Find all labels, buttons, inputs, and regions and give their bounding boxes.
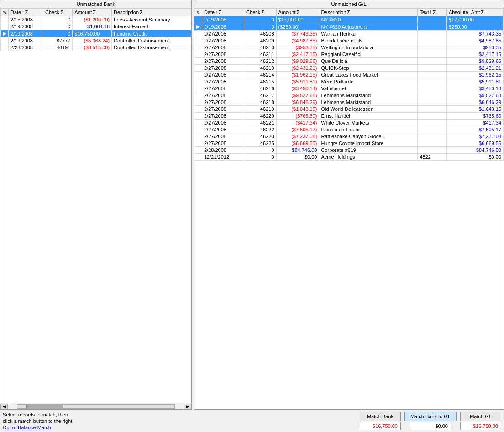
table-row[interactable]: 2/27/2008 46220 ($765.60) Ernst Handel $… <box>194 113 504 120</box>
col-check-right[interactable]: Check Σ <box>244 9 276 16</box>
table-row[interactable]: 12/21/2012 0 $0.00 Acme Holdings 4822 $0… <box>194 154 504 161</box>
match-bank-to-gl-amount: $0.00 <box>410 422 451 430</box>
table-row[interactable]: 2/27/2008 46212 ($9,029.66) Que Delícia … <box>194 58 504 65</box>
table-row[interactable]: 2/19/2008 0 $17,000.00 NY #620 $17,000.0… <box>194 16 504 23</box>
row-text1 <box>418 78 446 85</box>
row-indicator <box>194 147 202 154</box>
row-check: 46220 <box>244 113 276 120</box>
table-row[interactable]: 2/15/2008 0 ($1,200.00) Fees - Account S… <box>1 16 191 23</box>
row-check: 46217 <box>244 92 276 99</box>
table-row[interactable]: 2/27/2008 46209 ($4,987.85) Blondel père… <box>194 37 504 44</box>
table-row[interactable]: 2/27/2008 46210 ($953.35) Wellington Imp… <box>194 44 504 51</box>
table-row[interactable]: 2/28/2008 46191 ($8,515.00) Controlled D… <box>1 44 191 51</box>
table-row[interactable]: ▶ 2/19/2008 0 ($250.00) NY #620 Adjustme… <box>194 23 504 31</box>
col-description-left[interactable]: Description Σ <box>112 9 191 16</box>
row-description: Controlled Disbursement <box>112 44 191 51</box>
table-row[interactable]: 2/27/2008 46219 ($1,043.15) Old World De… <box>194 106 504 113</box>
table-row[interactable]: 2/27/2008 46208 ($7,743.35) Wartian Herk… <box>194 31 504 37</box>
table-row[interactable]: 2/27/2008 46215 ($5,911.81) Mère Paillar… <box>194 78 504 85</box>
row-description: Blondel père et fils <box>319 37 418 44</box>
row-description: White Clover Markets <box>319 120 418 126</box>
table-row[interactable]: 2/27/2008 46222 ($7,505.17) Piccolo und … <box>194 126 504 133</box>
sigma-date-right[interactable]: Σ <box>219 10 222 15</box>
scroll-right-btn-left[interactable]: ▶ <box>184 404 191 409</box>
row-date: 2/27/2008 <box>202 78 244 85</box>
sigma-date-left[interactable]: Σ <box>25 10 28 15</box>
col-date-right[interactable]: Date ↑ Σ <box>202 9 244 16</box>
table-row[interactable]: 2/27/2008 46225 ($6,669.55) Hungry Coyot… <box>194 140 504 147</box>
left-scroll-track[interactable] <box>17 404 175 409</box>
table-row[interactable]: 2/19/2008 87777 ($5,368.24) Controlled D… <box>1 37 191 44</box>
table-row[interactable]: 2/27/2008 46214 ($1,962.15) Great Lakes … <box>194 72 504 78</box>
sigma-check-right[interactable]: Σ <box>261 10 264 15</box>
sort-arrow-date-right[interactable]: ↑ <box>215 10 218 15</box>
row-indicator <box>194 58 202 65</box>
match-bank-button[interactable]: Match Bank <box>360 412 401 421</box>
col-check-left[interactable]: Check Σ <box>43 9 73 16</box>
pencil-icon: ✎ <box>3 10 6 15</box>
table-row[interactable]: 2/27/2008 46211 ($2,417.15) Reggiani Cas… <box>194 51 504 58</box>
row-check: 46221 <box>244 120 276 126</box>
row-indicator <box>194 37 202 44</box>
table-row[interactable]: 2/27/2008 46221 ($417.34) White Clover M… <box>194 120 504 126</box>
table-row[interactable]: 2/19/2008 0 $1,604.16 Interest Earned <box>1 23 191 30</box>
row-amount: $0.00 <box>276 154 319 161</box>
row-check: 46219 <box>244 106 276 113</box>
sort-arrow-date-left[interactable]: ↑ <box>22 10 24 15</box>
table-row[interactable]: 2/27/2008 46213 ($2,431.21) QUICK-Stop $… <box>194 65 504 72</box>
table-row[interactable]: 2/27/2008 46216 ($3,450.14) Vaffeljernet… <box>194 85 504 92</box>
table-row[interactable]: ▶ 2/19/2008 0 $16,750.00 Funding Credit <box>1 30 191 37</box>
row-date: 2/27/2008 <box>202 51 244 58</box>
sigma-description-left[interactable]: Σ <box>140 10 143 15</box>
row-amount: ($9,527.68) <box>276 92 319 99</box>
row-abs-amt: $7,505.17 <box>446 126 503 133</box>
row-indicator <box>194 113 202 120</box>
row-text1 <box>418 147 446 154</box>
row-indicator <box>1 37 9 44</box>
out-of-balance-link[interactable]: Out of Balance Match <box>3 425 72 430</box>
sigma-amount-left[interactable]: Σ <box>93 10 96 15</box>
row-description: Rattlesnake Canyon Groce... <box>319 133 418 140</box>
col-description-right[interactable]: Description Σ <box>319 9 418 16</box>
table-right-wrapper[interactable]: ✎ Date ↑ Σ Check <box>194 8 504 409</box>
table-row[interactable]: 2/28/2008 0 $84,746.00 Corporate #619 $8… <box>194 147 504 154</box>
row-date: 2/19/2008 <box>202 23 244 31</box>
col-absamt-right[interactable]: Absolute_Amt Σ <box>446 9 503 16</box>
match-bank-to-gl-button[interactable]: Match Bank to GL <box>404 412 457 421</box>
sigma-absamt-right[interactable]: Σ <box>481 10 484 15</box>
sigma-description-right[interactable]: Σ <box>347 10 350 15</box>
row-description: Que Delícia <box>319 58 418 65</box>
row-check: 46210 <box>244 44 276 51</box>
sigma-amount-right[interactable]: Σ <box>296 10 299 15</box>
row-abs-amt: $2,417.15 <box>446 51 503 58</box>
col-text1-right[interactable]: Text1 Σ <box>418 9 446 16</box>
col-amount-left[interactable]: Amount Σ <box>73 9 112 16</box>
row-date: 2/27/2008 <box>202 120 244 126</box>
table-row[interactable]: 2/27/2008 46223 ($7,237.08) Rattlesnake … <box>194 133 504 140</box>
row-description: Wellington Importadora <box>319 44 418 51</box>
table-row[interactable]: 2/27/2008 46218 ($6,846.29) Lehmanns Mar… <box>194 99 504 106</box>
sigma-check-left[interactable]: Σ <box>60 10 63 15</box>
row-check: 46222 <box>244 126 276 133</box>
row-abs-amt: $17,000.00 <box>446 16 503 23</box>
match-bank-amount: $16,750.00 <box>360 422 401 430</box>
left-scrollbar[interactable]: ◀ ▶ <box>0 403 191 409</box>
row-check: 46218 <box>244 99 276 106</box>
scroll-left-btn[interactable]: ◀ <box>0 404 8 409</box>
row-amount: ($7,743.35) <box>276 31 319 37</box>
sigma-text1-right[interactable]: Σ <box>433 10 436 15</box>
row-abs-amt: $0.00 <box>446 154 503 161</box>
table-row[interactable]: 2/27/2008 46217 ($9,527.68) Lehmanns Mar… <box>194 92 504 99</box>
row-check: 46225 <box>244 140 276 147</box>
row-indicator <box>194 126 202 133</box>
table-left-wrapper[interactable]: ✎ Date ↑ Σ Check <box>0 8 191 403</box>
col-date-left[interactable]: Date ↑ Σ <box>9 9 43 16</box>
col-amount-right[interactable]: Amount Σ <box>276 9 319 16</box>
row-date: 2/27/2008 <box>202 58 244 65</box>
row-abs-amt: $765.60 <box>446 113 503 120</box>
row-description: Mère Paillarde <box>319 78 418 85</box>
match-gl-button[interactable]: Match GL <box>460 412 501 421</box>
row-date: 2/27/2008 <box>202 65 244 72</box>
row-text1 <box>418 140 446 147</box>
left-scroll-thumb[interactable] <box>26 405 63 408</box>
